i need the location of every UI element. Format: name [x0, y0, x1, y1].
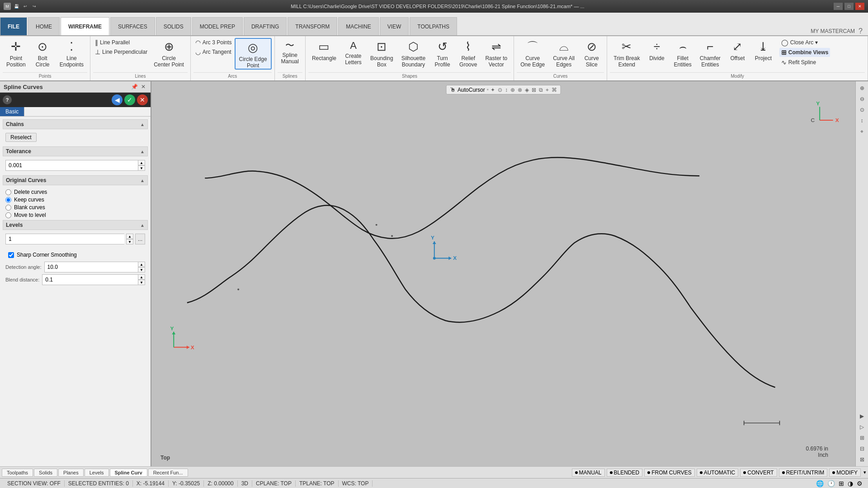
tab-home[interactable]: HOME	[28, 17, 60, 35]
tolerance-down-button[interactable]: ▼	[138, 165, 145, 171]
blend-distance-input[interactable]	[42, 274, 138, 285]
refit-spline-button[interactable]: ∿ Refit Spline	[779, 58, 830, 67]
relief-groove-button[interactable]: ⌇ ReliefGroove	[456, 38, 481, 70]
curve-slice-button[interactable]: ⊘ CurveSlice	[579, 38, 604, 70]
tolerance-input[interactable]	[5, 160, 138, 171]
mode-blended-button[interactable]: BLENDED	[607, 469, 643, 477]
arc-3-points-button[interactable]: ◠ Arc 3 Points	[193, 38, 234, 47]
delete-curves-radio[interactable]	[5, 189, 11, 195]
globe-icon[interactable]: 🌐	[816, 480, 824, 487]
chains-section-header[interactable]: Chains ▲	[3, 119, 148, 129]
offset-button[interactable]: ⤢ Offset	[725, 38, 750, 70]
right-btn-bottom-4[interactable]: ⊟	[857, 444, 867, 454]
quick-access-save[interactable]: 💾	[13, 3, 20, 10]
tool5-icon[interactable]: ⊗	[518, 87, 522, 93]
bottom-tab-levels[interactable]: Levels	[85, 469, 109, 477]
move-to-level-radio[interactable]	[5, 212, 11, 218]
rectangle-button[interactable]: ▭ Rectangle	[308, 38, 340, 70]
project-button[interactable]: ⤓ Project	[751, 38, 776, 70]
panel-help-icon[interactable]: ?	[3, 95, 12, 104]
tool10-icon[interactable]: ⌘	[552, 87, 557, 93]
help-icon[interactable]: ?	[859, 27, 863, 35]
tool6-icon[interactable]: ◈	[525, 87, 529, 93]
line-parallel-button[interactable]: ∥ Line Parallel	[93, 38, 149, 47]
circle-edge-point-button[interactable]: ◎ Circle EdgePoint	[235, 38, 272, 70]
bottom-tab-solids[interactable]: Solids	[34, 469, 57, 477]
create-letters-button[interactable]: A CreateLetters	[341, 38, 366, 70]
panel-nav-button[interactable]: ◀	[112, 94, 123, 105]
trim-break-extend-button[interactable]: ✂ Trim BreakExtend	[610, 38, 643, 70]
spline-manual-button[interactable]: 〜 SplineManual	[278, 38, 302, 70]
mode-automatic-button[interactable]: AUTOMATIC	[697, 469, 739, 477]
tool4-icon[interactable]: ⊕	[510, 87, 515, 93]
right-btn-2[interactable]: ⊖	[857, 94, 867, 104]
minimize-button[interactable]: ─	[834, 3, 843, 10]
levels-up-button[interactable]: ▲	[126, 234, 133, 239]
right-btn-bottom-3[interactable]: ⊞	[857, 433, 867, 443]
tab-machine[interactable]: MACHINE	[338, 17, 378, 35]
right-btn-bottom-1[interactable]: ▶	[857, 411, 867, 421]
circle-center-point-button[interactable]: ⊕ CircleCenter Point	[150, 38, 188, 70]
tolerance-section-header[interactable]: Tolerance ▲	[3, 146, 148, 156]
bottom-tab-recent-fun[interactable]: Recent Fun...	[148, 469, 188, 477]
tab-transform[interactable]: TRANSFORM	[288, 17, 337, 35]
blend-distance-up-button[interactable]: ▲	[138, 274, 145, 280]
tool7-icon[interactable]: ⊠	[532, 87, 536, 93]
tab-file[interactable]: FILE	[0, 17, 27, 35]
fillet-entities-button[interactable]: ⌢ FilletEntities	[670, 38, 695, 70]
right-btn-bottom-5[interactable]: ⊠	[857, 455, 867, 465]
raster-to-vector-button[interactable]: ⇌ Raster toVector	[481, 38, 511, 70]
quality-icon[interactable]: ◑	[848, 480, 853, 487]
tab-solids[interactable]: SOLIDS	[156, 17, 191, 35]
close-button[interactable]: ✕	[855, 3, 864, 10]
tool3-icon[interactable]: ↕	[505, 87, 508, 93]
delete-curves-option[interactable]: Delete curves	[5, 189, 145, 195]
chamfer-entities-button[interactable]: ⌐ ChamferEntities	[696, 38, 724, 70]
settings-icon[interactable]: ⚙	[857, 480, 863, 487]
tab-view[interactable]: VIEW	[380, 17, 409, 35]
panel-pin-button[interactable]: 📌	[131, 83, 138, 90]
blend-distance-down-button[interactable]: ▼	[138, 280, 145, 285]
detection-angle-up-button[interactable]: ▲	[138, 262, 145, 267]
right-btn-bottom-2[interactable]: ▷	[857, 422, 867, 432]
tab-drafting[interactable]: DRAFTING	[244, 17, 287, 35]
tab-toolpaths[interactable]: TOOLPATHS	[410, 17, 457, 35]
bottom-tab-spline-curv[interactable]: Spline Curv	[110, 469, 147, 477]
turn-profile-button[interactable]: ↺ TurnProfile	[430, 38, 455, 70]
levels-down-button[interactable]: ▼	[126, 239, 133, 244]
arc-tangent-button[interactable]: ◡ Arc Tangent	[193, 47, 234, 56]
bottom-tab-toolpaths[interactable]: Toolpaths	[2, 469, 33, 477]
combine-views-button[interactable]: ⊞ Combine Views	[779, 48, 830, 57]
viewport[interactable]: 🖱 AutoCursor • ✦ ⊙ ↕ ⊕ ⊗ ◈ ⊠ ⧉ ⌖ ⌘ X	[151, 81, 855, 466]
quick-access-redo[interactable]: ↪	[31, 3, 38, 10]
sharp-corner-checkbox[interactable]	[8, 252, 14, 258]
keep-curves-option[interactable]: Keep curves	[5, 197, 145, 203]
tab-model-prep[interactable]: MODEL PREP	[192, 17, 243, 35]
tab-wireframe[interactable]: WIREFRAME	[61, 17, 109, 35]
detection-angle-input[interactable]	[44, 262, 138, 272]
panel-tab-basic[interactable]: Basic	[0, 107, 24, 116]
silhouette-boundary-button[interactable]: ⬡ SilhouetteBoundary	[398, 38, 429, 70]
mode-modify-button[interactable]: MODIFY	[829, 469, 861, 477]
levels-input[interactable]	[5, 234, 124, 244]
tool9-icon[interactable]: ⌖	[546, 87, 549, 93]
tolerance-up-button[interactable]: ▲	[138, 160, 145, 165]
bounding-box-button[interactable]: ⊡ BoundingBox	[367, 38, 397, 70]
original-curves-section-header[interactable]: Original Curves ▲	[3, 175, 148, 185]
mode-dropdown-icon[interactable]: ▾	[863, 469, 866, 475]
detection-angle-down-button[interactable]: ▼	[138, 267, 145, 272]
divide-button[interactable]: ÷ Divide	[644, 38, 669, 70]
mode-from-curves-button[interactable]: FROM CURVES	[644, 469, 694, 477]
point-position-button[interactable]: ✛ PointPosition	[3, 38, 29, 70]
clock-icon[interactable]: 🕐	[827, 480, 835, 487]
tool2-icon[interactable]: ⊙	[498, 87, 502, 93]
quick-access-undo[interactable]: ↩	[22, 3, 29, 10]
tool8-icon[interactable]: ⧉	[539, 87, 543, 93]
levels-section-header[interactable]: Levels ▲	[3, 220, 148, 230]
mode-convert-button[interactable]: CONVERT	[740, 469, 777, 477]
panel-cancel-button[interactable]: ✕	[137, 94, 148, 105]
line-endpoints-button[interactable]: ⁚ LineEndpoints	[56, 38, 87, 70]
mode-refit-untrim-button[interactable]: REFIT/UNTRIM	[779, 469, 828, 477]
right-btn-5[interactable]: ⌖	[857, 127, 867, 136]
right-btn-3[interactable]: ⊙	[857, 105, 867, 115]
